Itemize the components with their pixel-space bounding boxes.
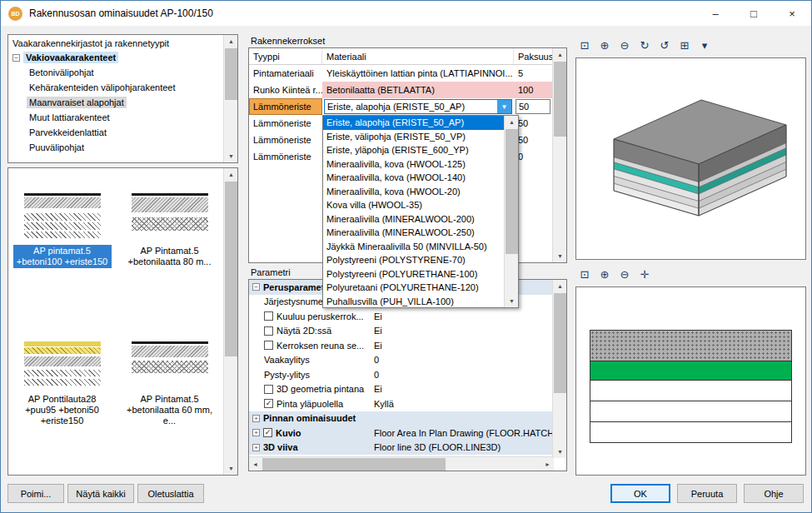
parameter-value[interactable]: Floor Area In Plan Drawing (FLOOR.HATCH) — [374, 428, 554, 438]
parameter-checkbox[interactable]: ✓ — [264, 399, 273, 408]
parameter-value[interactable]: 0 — [374, 370, 379, 380]
column-header-type[interactable]: Tyyppi — [249, 48, 322, 64]
show-all-button[interactable]: Näytä kaikki — [67, 484, 134, 503]
parameter-row[interactable]: ✓ Kuuluu peruskerrok... Ei — [249, 309, 554, 324]
zoom-window-icon[interactable]: ⊡ — [575, 265, 594, 283]
layer-thickness-cell[interactable]: 50 50 — [514, 98, 553, 115]
combo-dropdown-button[interactable]: ▼ — [497, 100, 511, 113]
parameter-value[interactable]: Floor line 3D (FLOOR.LINE3D) — [374, 442, 501, 452]
parameters-hscrollbar[interactable]: ◄ ► — [249, 456, 554, 471]
dropdown-option[interactable]: Eriste, yläpohja (ERISTE_600_YP) — [323, 143, 506, 157]
layer-row[interactable]: Runko Kiinteä r... Betonilaatta (BETLAAT… — [249, 82, 566, 98]
library-tree-item[interactable]: Betonivälipohjat — [8, 65, 237, 80]
scroll-down-icon[interactable]: ▼ — [553, 446, 567, 458]
structure-thumbnail[interactable]: AP Pintamat.5 +betonilaatta 60 mm, e... — [116, 316, 223, 465]
dropdown-option[interactable]: Polyuretaani (POLYURETHANE-120) — [323, 281, 506, 295]
dropdown-option[interactable]: Mineraalivilla (MINERALWOOL-200) — [323, 212, 506, 227]
library-tree-item[interactable]: Kehärakenteiden välipohjarakenteet — [8, 80, 237, 95]
layer-row[interactable]: Lämmöneriste Eriste, alapohja (ERISTE_50… — [249, 98, 566, 115]
parameter-value[interactable]: Ei — [374, 384, 382, 394]
zoom-in-icon[interactable]: ⊕ — [595, 265, 614, 283]
scroll-down-icon[interactable]: ▼ — [553, 250, 567, 262]
library-tree-item[interactable]: Puuvälipohjat — [8, 140, 237, 155]
zoom-window-icon[interactable]: ⊡ — [575, 36, 594, 54]
column-header-material[interactable]: Materiaali — [322, 48, 514, 64]
dropdown-option[interactable]: Polystyreeni (POLYURETHANE-100) — [323, 267, 506, 281]
parameter-row[interactable]: ✓ Pysty-ylitys 0 — [249, 367, 554, 382]
thickness-input[interactable]: 50 — [516, 99, 550, 114]
scroll-up-icon[interactable]: ▲ — [224, 168, 238, 181]
layer-thickness-cell[interactable]: 0 0 — [514, 148, 553, 165]
expand-icon[interactable]: + — [252, 429, 260, 436]
dropdown-option[interactable]: Eriste, välipohja (ERISTE_50_VP) — [323, 130, 506, 144]
parameter-value[interactable]: Kyllä — [374, 399, 394, 409]
parameter-row[interactable]: ✓ Vaakaylitys 0 — [249, 353, 554, 368]
scrollbar-thumb[interactable] — [225, 182, 237, 356]
structure-thumbnail[interactable]: AP Ponttilauta28 +puu95 +betoni50 +erist… — [8, 316, 116, 465]
layer-thickness-cell[interactable]: 50 50 — [514, 115, 553, 132]
dropdown-option[interactable]: Mineraalivilla, kova (HWOOL-140) — [323, 171, 506, 185]
rotate-cw-icon[interactable]: ↻ — [635, 36, 654, 54]
layer-material-cell[interactable]: Betonilaatta (BETLAATTA) Betonilaatta (B… — [322, 82, 514, 98]
help-button[interactable]: Ohje — [744, 484, 804, 503]
scroll-down-icon[interactable]: ▼ — [505, 295, 519, 307]
expand-icon[interactable]: + — [252, 444, 260, 451]
scroll-up-icon[interactable]: ▲ — [505, 116, 519, 128]
parameter-row[interactable]: ✓ Näytä 2D:ssä Ei — [249, 324, 554, 339]
view-options-icon[interactable]: ⊞ — [675, 36, 694, 54]
layers-scrollbar[interactable]: ▲ ▼ — [552, 48, 566, 262]
dropdown-option[interactable]: Mineraalivilla, kova (HWOOL-125) — [323, 157, 506, 172]
scroll-down-icon[interactable]: ▼ — [224, 462, 238, 475]
layer-row[interactable]: Pintamateriaali Yleiskäyttöinen lattian … — [249, 65, 566, 82]
dropdown-option[interactable]: Jäykkä Mineraalivilla 50 (MINVILLA-50) — [323, 240, 506, 254]
layer-type-cell[interactable]: Pintamateriaali — [249, 65, 322, 82]
parameter-row[interactable]: + ✓ Pinnan ominaisuudet — [249, 411, 554, 426]
scrollbar-thumb[interactable] — [554, 62, 566, 137]
parameter-value[interactable]: Ei — [374, 311, 382, 321]
dropdown-option[interactable]: Puhallusvilla (PUH_VILLA-100) — [323, 295, 506, 308]
layer-type-cell[interactable]: Lämmöneriste — [249, 98, 322, 115]
scroll-up-icon[interactable]: ▲ — [224, 35, 238, 47]
layer-thickness-cell[interactable]: 50 50 — [514, 132, 553, 148]
library-tree-item[interactable]: Muut lattiarakenteet — [8, 110, 237, 125]
library-tree-item[interactable]: − Vakiovaakarakenteet — [8, 50, 237, 65]
zoom-out-icon[interactable]: ⊖ — [615, 36, 634, 54]
layer-type-cell[interactable]: Runko Kiinteä r... — [249, 82, 322, 98]
layer-material-cell[interactable]: Yleiskäyttöinen lattian pinta (LATTIAPIN… — [322, 65, 514, 82]
layer-type-cell[interactable]: Lämmöneriste — [249, 132, 322, 148]
dropdown-option[interactable]: Mineraalivilla, kova (HWOOL-20) — [323, 185, 506, 199]
scrollbar-thumb[interactable] — [262, 458, 446, 471]
dropdown-option[interactable]: Mineraalivilla (MINERALWOOL-250) — [323, 226, 506, 240]
titlebar[interactable]: BD Rakennusosan ominaisuudet AP-100/150 … — [1, 1, 811, 26]
material-combobox[interactable]: Eriste, alapohja (ERISTE_50_AP) ▼ — [324, 99, 512, 114]
layer-thickness-cell[interactable]: 5 5 — [514, 65, 553, 82]
parameter-value[interactable]: 0 — [374, 355, 379, 365]
pick-button[interactable]: Poimi... — [7, 484, 64, 503]
scroll-up-icon[interactable]: ▲ — [553, 280, 567, 292]
expand-icon[interactable]: − — [252, 283, 260, 291]
parameter-checkbox[interactable]: ✓ — [264, 385, 273, 394]
maximize-button[interactable]: □ — [735, 1, 773, 26]
parameter-row[interactable]: + ✓ 3D viiva Floor line 3D (FLOOR.LINE3D… — [249, 441, 554, 456]
rotate-ccw-icon[interactable]: ↺ — [655, 36, 674, 54]
preview2d-canvas[interactable] — [575, 286, 806, 476]
parameter-value[interactable]: Ei — [374, 326, 382, 336]
parameter-row[interactable]: + ✓ Kuvio Floor Area In Plan Drawing (FL… — [249, 426, 554, 441]
scrollbar-thumb[interactable] — [506, 129, 518, 254]
preview3d-canvas[interactable] — [575, 57, 806, 260]
structure-thumbnail[interactable]: AP pintamat.5 +betoni100 +eriste150 — [8, 168, 116, 316]
close-button[interactable]: × — [773, 1, 811, 26]
default-floor-button[interactable]: Oletuslattia — [137, 484, 204, 503]
parameter-row[interactable]: ✓ Pinta yläpuolella Kyllä — [249, 396, 554, 411]
scrollbar-thumb[interactable] — [225, 48, 237, 100]
dropdown-option[interactable]: Eriste, alapohja (ERISTE_50_AP) — [323, 116, 506, 130]
dropdown-option[interactable]: Polystyreeni (POLYSTYRENE-70) — [323, 253, 506, 267]
parameter-value[interactable]: Ei — [374, 341, 382, 351]
expand-icon[interactable]: − — [12, 54, 20, 62]
ok-button[interactable]: OK — [610, 484, 670, 503]
minimize-button[interactable]: – — [696, 1, 735, 26]
scroll-down-icon[interactable]: ▼ — [224, 150, 238, 162]
parameter-checkbox[interactable]: ✓ — [264, 311, 273, 321]
dropdown-scrollbar[interactable]: ▲ ▼ — [504, 116, 518, 307]
parameter-row[interactable]: ✓ 3D geometria pintana Ei — [249, 382, 554, 397]
